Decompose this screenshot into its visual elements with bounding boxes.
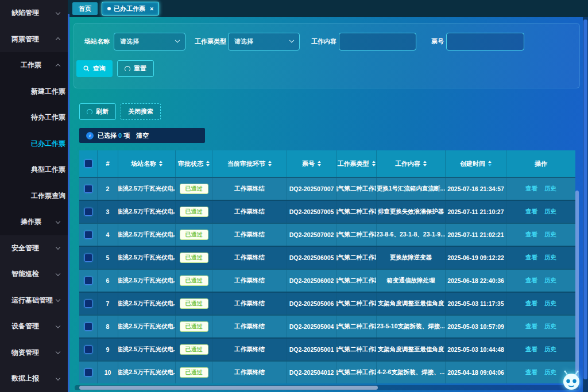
view-link[interactable]: 查看 xyxy=(525,254,537,262)
table-row: 8 临洮2.5万千瓦光伏电.. 已通过 工作票终结 DQ2-202505004 … xyxy=(79,315,575,337)
col-station[interactable]: 场站名称 xyxy=(118,150,176,177)
sidebar-item-new-work-ticket[interactable]: 新建工作票 xyxy=(0,79,68,105)
status-badge: 已通过 xyxy=(180,275,208,286)
station-cell: 临洮2.5万千瓦光伏电.. xyxy=(118,178,176,200)
table-toolbar: 刷新 关闭搜索 xyxy=(79,103,161,120)
close-icon[interactable]: × xyxy=(150,6,153,12)
page-scrollbar-track[interactable] xyxy=(583,17,588,392)
table-vertical-scrollbar[interactable] xyxy=(575,191,579,380)
row-checkbox[interactable] xyxy=(84,368,92,377)
view-link[interactable]: 查看 xyxy=(525,300,537,308)
row-select-cell xyxy=(79,339,98,360)
select-all-checkbox[interactable] xyxy=(84,160,92,168)
col-type[interactable]: 工作票类型 xyxy=(336,150,377,177)
sort-icon[interactable] xyxy=(488,161,492,166)
col-stage[interactable]: 当前审批环节 xyxy=(212,150,287,177)
sort-icon[interactable] xyxy=(318,161,321,166)
row-checkbox[interactable] xyxy=(84,185,92,193)
history-link[interactable]: 历史 xyxy=(544,346,556,354)
sort-icon[interactable] xyxy=(268,161,272,166)
work-content-label: 工作内容 xyxy=(311,37,336,46)
status-cell: 已通过 xyxy=(176,293,212,315)
close-search-button[interactable]: 关闭搜索 xyxy=(121,103,161,120)
history-link[interactable]: 历史 xyxy=(544,254,556,262)
sidebar-item-two-ticket-mgmt[interactable]: 两票管理 xyxy=(0,26,68,53)
refresh-button[interactable]: 刷新 xyxy=(79,103,116,120)
col-content[interactable]: 工作内容 xyxy=(377,150,446,177)
view-link[interactable]: 查看 xyxy=(525,185,537,193)
sidebar-item-operation-base-mgmt[interactable]: 运行基础管理 xyxy=(0,288,68,314)
history-link[interactable]: 历史 xyxy=(544,208,556,216)
col-ticket-no[interactable]: 票号 xyxy=(287,150,336,177)
col-created[interactable]: 创建时间 xyxy=(446,150,506,177)
view-link[interactable]: 查看 xyxy=(525,346,537,354)
status-cell: 已通过 xyxy=(176,362,212,383)
horizontal-scrollbar-thumb[interactable] xyxy=(79,386,378,390)
work-content-input[interactable] xyxy=(339,33,416,51)
actions-cell: 查看 历史 xyxy=(506,270,575,292)
sidebar-item-smart-inspection[interactable]: 智能巡检 xyxy=(0,261,68,288)
sidebar-item-operation-ticket[interactable]: 操作票 xyxy=(0,209,68,235)
ticket-no-cell: DQ2-202506005 xyxy=(287,247,336,269)
row-checkbox[interactable] xyxy=(84,208,92,216)
row-checkbox[interactable] xyxy=(84,254,92,262)
sidebar-item-done-work-ticket[interactable]: 已办工作票 xyxy=(0,131,68,157)
ticket-type-select[interactable]: 请选择 xyxy=(228,33,300,51)
sort-icon[interactable] xyxy=(206,161,210,166)
col-index: # xyxy=(98,150,118,177)
sidebar-item-defect-mgmt[interactable]: 缺陷管理 xyxy=(0,0,68,26)
query-button[interactable]: 查询 xyxy=(76,60,113,77)
page-scrollbar-thumb[interactable] xyxy=(583,20,587,379)
sidebar-item-typical-work-ticket[interactable]: 典型工作票 xyxy=(0,157,68,183)
view-link[interactable]: 查看 xyxy=(525,208,537,216)
history-link[interactable]: 历史 xyxy=(544,231,556,239)
view-link[interactable]: 查看 xyxy=(525,231,537,239)
view-link[interactable]: 查看 xyxy=(525,277,537,285)
sidebar-item-safety-mgmt[interactable]: 安全管理 xyxy=(0,235,68,262)
sidebar-item-label: 已办工作票 xyxy=(31,139,65,149)
history-link[interactable]: 历史 xyxy=(544,277,556,285)
tab-home[interactable]: 首页 xyxy=(72,2,98,15)
view-link[interactable]: 查看 xyxy=(525,323,537,331)
history-link[interactable]: 历史 xyxy=(544,185,556,193)
created-time-cell: 2025-07-11 21:02:21 xyxy=(446,224,506,246)
ticket-type-cell: 电气第二种工作票 xyxy=(336,224,377,246)
sidebar-item-equipment-mgmt[interactable]: 设备管理 xyxy=(0,313,68,340)
sidebar-item-label: 工作票 xyxy=(21,60,41,70)
created-time-cell: 2025-05-03 11:17:35 xyxy=(446,293,506,315)
row-checkbox[interactable] xyxy=(84,277,92,285)
horizontal-scrollbar-track[interactable] xyxy=(75,385,579,390)
row-checkbox[interactable] xyxy=(84,300,92,308)
row-checkbox[interactable] xyxy=(84,346,92,354)
col-actions: 操作 xyxy=(506,150,575,177)
clear-selection-link[interactable]: 清空 xyxy=(136,131,149,140)
ticket-no-input[interactable] xyxy=(446,33,524,51)
station-select[interactable]: 请选择 xyxy=(114,33,185,51)
reset-button[interactable]: 重置 xyxy=(117,60,154,77)
row-checkbox[interactable] xyxy=(84,323,92,331)
sidebar-item-work-ticket-query[interactable]: 工作票查询 xyxy=(0,183,68,209)
col-status[interactable]: 审批状态 xyxy=(176,150,212,177)
table-row: 10 临洮2.5万千瓦光伏电.. 已通过 工作票终结 DQ2-202504012… xyxy=(79,360,575,383)
sidebar-item-work-ticket[interactable]: 工作票 xyxy=(0,52,68,79)
sidebar-item-data-report[interactable]: 数据上报 xyxy=(0,366,68,392)
view-link[interactable]: 查看 xyxy=(525,368,537,377)
sort-icon[interactable] xyxy=(423,161,427,166)
row-checkbox[interactable] xyxy=(84,231,92,239)
actions-cell: 查看 历史 xyxy=(506,339,575,360)
sort-icon[interactable] xyxy=(372,161,376,166)
actions-cell: 查看 历史 xyxy=(506,178,575,200)
table-row: 9 临洮2.5万千瓦光伏电.. 已通过 工作票终结 DQ2-202505001 … xyxy=(79,337,575,360)
sort-icon[interactable] xyxy=(159,161,163,166)
created-time-cell: 2025-07-16 21:34:57 xyxy=(446,178,506,200)
history-link[interactable]: 历史 xyxy=(544,323,556,331)
tab-done-work-ticket[interactable]: 已办工作票 × xyxy=(102,2,159,15)
row-select-cell xyxy=(79,178,98,200)
history-link[interactable]: 历史 xyxy=(544,300,556,308)
status-badge: 已通过 xyxy=(180,321,208,332)
sidebar-item-pending-work-ticket[interactable]: 待办工作票 xyxy=(0,104,68,131)
assistant-robot-icon[interactable] xyxy=(560,370,582,391)
station-cell: 临洮2.5万千瓦光伏电.. xyxy=(118,224,176,246)
sidebar-item-material-mgmt[interactable]: 物资管理 xyxy=(0,340,68,366)
history-link[interactable]: 历史 xyxy=(544,368,556,377)
